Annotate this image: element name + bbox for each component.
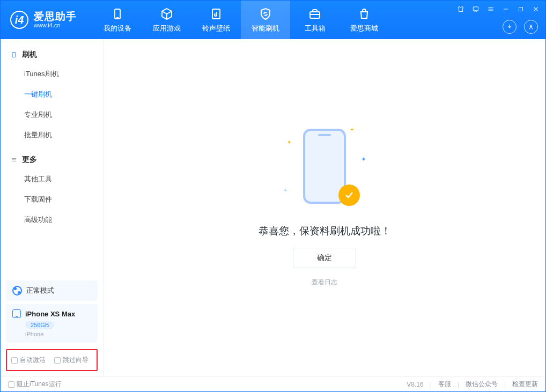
maximize-button[interactable] [517, 5, 525, 13]
body: 刷机 iTunes刷机 一键刷机 专业刷机 批量刷机 更多 其他工具 下载固件 … [1, 39, 545, 376]
sidebar-item-label: iTunes刷机 [24, 70, 59, 78]
nav-label: 爱思商城 [350, 24, 378, 33]
sidebar-item-label: 其他工具 [24, 175, 52, 183]
titlebar-actions [503, 20, 538, 34]
music-file-icon [209, 6, 224, 21]
logo-text: 爱思助手 www.i4.cn [34, 11, 77, 29]
minimize-button[interactable] [501, 5, 510, 13]
sidebar-item-advanced[interactable]: 高级功能 [1, 210, 103, 230]
feedback-icon[interactable] [471, 5, 480, 13]
device-small-icon [12, 309, 21, 318]
titlebar: i4 爱思助手 www.i4.cn 我的设备 应用游戏 铃声壁纸 智能刷机 [1, 1, 545, 39]
checkbox-skip-guide[interactable]: 跳过向导 [54, 356, 88, 365]
spark-icon: + [284, 187, 287, 193]
top-nav: 我的设备 应用游戏 铃声壁纸 智能刷机 工具箱 爱思商城 [93, 1, 389, 39]
checkbox-label: 跳过向导 [63, 356, 88, 365]
spark-icon: ✦ [361, 156, 366, 163]
sidebar-item-label: 批量刷机 [24, 131, 52, 139]
app-name: 爱思助手 [34, 11, 77, 23]
device-icon [110, 6, 125, 21]
sidebar-section-more: 更多 [1, 151, 103, 169]
footer-link-update[interactable]: 检查更新 [512, 380, 538, 389]
version-label: V8.16 [407, 381, 423, 388]
menu-icon[interactable] [486, 5, 495, 13]
sidebar-item-label: 专业刷机 [24, 110, 52, 119]
footer-link-wechat[interactable]: 微信公众号 [466, 380, 498, 389]
footer-link-support[interactable]: 客服 [438, 380, 451, 389]
view-log-link[interactable]: 查看日志 [312, 278, 337, 287]
sidebar: 刷机 iTunes刷机 一键刷机 专业刷机 批量刷机 更多 其他工具 下载固件 … [1, 39, 104, 376]
sidebar-item-batch-flash[interactable]: 批量刷机 [1, 125, 103, 145]
checkbox-label: 自动激活 [20, 356, 46, 365]
nav-label: 智能刷机 [252, 24, 279, 33]
device-name: iPhone XS Max [25, 310, 75, 318]
logo-icon: i4 [10, 11, 28, 29]
nav-my-device[interactable]: 我的设备 [93, 1, 142, 39]
nav-ringtones-wallpapers[interactable]: 铃声壁纸 [191, 1, 241, 39]
shield-sync-icon [258, 6, 273, 21]
nav-store[interactable]: 爱思商城 [340, 1, 389, 39]
spark-icon: ✦ [286, 139, 292, 146]
sidebar-item-oneclick-flash[interactable]: 一键刷机 [1, 84, 103, 105]
close-button[interactable] [532, 5, 540, 13]
main-content: ✦ ✦ + + 恭喜您，保资料刷机成功啦！ 确定 查看日志 [104, 39, 545, 376]
spark-icon: + [350, 127, 353, 132]
nav-label: 铃声壁纸 [202, 24, 230, 33]
skin-icon[interactable] [456, 5, 465, 13]
sidebar-item-other-tools[interactable]: 其他工具 [1, 169, 103, 189]
checkbox-block-itunes[interactable]: 阻止iTunes运行 [8, 380, 62, 389]
nav-label: 我的设备 [104, 24, 131, 33]
ok-button[interactable]: 确定 [293, 248, 356, 268]
sidebar-item-label: 高级功能 [24, 216, 52, 224]
nav-label: 工具箱 [305, 24, 326, 33]
svg-rect-4 [473, 7, 478, 11]
sidebar-item-label: 一键刷机 [24, 90, 52, 98]
toolbox-icon [307, 6, 322, 21]
flash-options-highlight: 自动激活 跳过向导 [6, 349, 98, 371]
sidebar-section-flash: 刷机 [1, 46, 103, 64]
device-card[interactable]: iPhone XS Max 256GB iPhone [6, 304, 98, 343]
store-icon [357, 6, 372, 21]
nav-apps-games[interactable]: 应用游戏 [142, 1, 191, 39]
check-badge-icon [338, 184, 360, 206]
sidebar-item-itunes-flash[interactable]: iTunes刷机 [1, 64, 103, 84]
app-url: www.i4.cn [34, 22, 77, 28]
phone-small-icon [10, 51, 18, 58]
footer: 阻止iTunes运行 V8.16 | 客服 | 微信公众号 | 检查更新 [1, 376, 545, 391]
window-controls [456, 5, 540, 13]
sidebar-item-pro-flash[interactable]: 专业刷机 [1, 105, 103, 125]
success-message: 恭喜您，保资料刷机成功啦！ [259, 224, 391, 238]
section-label: 刷机 [22, 50, 37, 60]
sidebar-item-label: 下载固件 [24, 195, 52, 203]
svg-rect-9 [519, 8, 523, 11]
list-icon [10, 156, 18, 164]
mode-label: 正常模式 [26, 286, 54, 295]
section-label: 更多 [22, 155, 37, 165]
nav-label: 应用游戏 [153, 24, 181, 33]
checkbox-auto-activate[interactable]: 自动激活 [11, 356, 46, 365]
sidebar-item-download-firmware[interactable]: 下载固件 [1, 189, 103, 210]
user-button[interactable] [524, 20, 538, 34]
normal-mode-icon [12, 286, 22, 295]
success-illustration: ✦ ✦ + + [292, 129, 357, 209]
device-subtype: iPhone [25, 331, 91, 337]
logo-block: i4 爱思助手 www.i4.cn [1, 11, 93, 29]
download-button[interactable] [503, 20, 517, 34]
cube-icon [159, 6, 174, 21]
app-window: i4 爱思助手 www.i4.cn 我的设备 应用游戏 铃声壁纸 智能刷机 [0, 0, 546, 392]
nav-smart-flash[interactable]: 智能刷机 [241, 1, 290, 39]
nav-toolbox[interactable]: 工具箱 [290, 1, 340, 39]
capacity-badge: 256GB [25, 321, 54, 329]
checkbox-label: 阻止iTunes运行 [17, 380, 62, 389]
svg-point-12 [530, 25, 532, 27]
svg-rect-13 [12, 53, 16, 57]
mode-card[interactable]: 正常模式 [6, 280, 98, 301]
